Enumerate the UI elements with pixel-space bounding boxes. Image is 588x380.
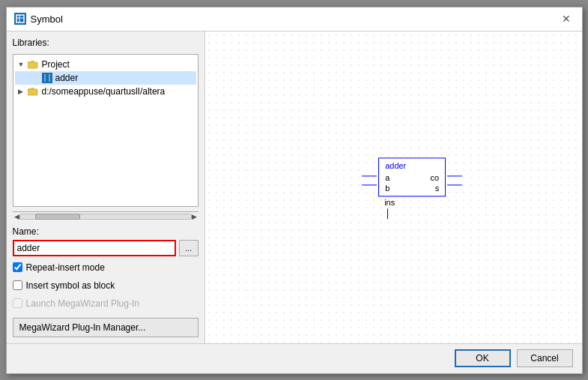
libraries-label: Libraries:: [13, 37, 198, 48]
name-input-row: ...: [13, 240, 198, 256]
library-tree[interactable]: ▼ Project: [13, 54, 198, 207]
left-panel: Libraries: ▼ Project: [7, 31, 205, 343]
megawizard-btn[interactable]: MegaWizard Plug-In Manager...: [13, 318, 198, 337]
dialog-title: Symbol: [31, 13, 63, 25]
tree-label-adder: adder: [55, 73, 79, 83]
symbol-pins-left: a b: [385, 173, 390, 193]
name-section: Name: ...: [13, 226, 198, 256]
pin-s: s: [431, 184, 440, 193]
name-label: Name:: [13, 226, 198, 237]
symbol-title: adder: [385, 161, 439, 170]
cancel-button[interactable]: Cancel: [517, 349, 573, 367]
launch-wizard-checkbox[interactable]: [13, 298, 22, 308]
scroll-right-btn[interactable]: ▶: [192, 213, 197, 220]
dialog-icon: [14, 13, 26, 25]
close-button[interactable]: ✕: [558, 10, 575, 27]
tree-label-project: Project: [42, 59, 70, 70]
launch-wizard-label: Launch MegaWizard Plug-In: [26, 298, 139, 309]
tree-item-project[interactable]: ▼ Project: [15, 58, 196, 71]
tree-arrow-altera: ▶: [18, 88, 27, 95]
launch-wizard-row: Launch MegaWizard Plug-In: [13, 297, 198, 310]
repeat-insert-label[interactable]: Repeat-insert mode: [26, 262, 105, 273]
tree-arrow-project: ▼: [18, 61, 27, 68]
symbol-pins: a b co s: [385, 173, 439, 193]
repeat-insert-checkbox[interactable]: [13, 262, 22, 272]
svg-rect-0: [16, 15, 24, 22]
pin-b: b: [385, 184, 390, 193]
scrollbar-track[interactable]: [19, 214, 192, 220]
pin-co: co: [431, 173, 440, 182]
symbol-pin-bottom: ins: [378, 198, 446, 207]
pin-ins: ins: [384, 198, 395, 207]
insert-block-row: Insert symbol as block: [13, 279, 198, 292]
tree-item-adder[interactable]: adder: [15, 71, 196, 85]
scrollbar-thumb[interactable]: [35, 214, 80, 220]
scroll-left-btn[interactable]: ◀: [14, 213, 19, 220]
pin-a: a: [385, 173, 390, 182]
title-bar-left: Symbol: [14, 13, 63, 25]
tree-item-altera[interactable]: ▶ d:/someappuse/quartuslI/altera: [15, 85, 196, 98]
folder-icon-altera: [27, 86, 39, 97]
repeat-insert-row: Repeat-insert mode: [13, 261, 198, 274]
svg-rect-7: [28, 89, 37, 95]
dialog-footer: OK Cancel: [7, 343, 582, 373]
chip-icon-adder: [42, 73, 52, 83]
folder-icon-project: [27, 59, 39, 70]
insert-block-label[interactable]: Insert symbol as block: [26, 280, 115, 291]
symbol-dialog: Symbol ✕ Libraries: ▼ Project: [6, 7, 583, 374]
horizontal-scrollbar[interactable]: ◀ ▶: [13, 211, 198, 222]
preview-panel: adder a b co s i: [205, 31, 582, 343]
svg-rect-4: [43, 74, 51, 82]
browse-button[interactable]: ...: [179, 240, 198, 256]
name-input[interactable]: [13, 240, 176, 256]
tree-label-altera: d:/someappuse/quartuslI/altera: [42, 86, 166, 97]
symbol-preview: adder a b co s i: [378, 157, 446, 207]
symbol-pins-right: co s: [431, 173, 440, 193]
title-bar: Symbol ✕: [7, 7, 582, 31]
svg-rect-3: [28, 62, 37, 68]
symbol-box: adder a b co s: [378, 157, 446, 196]
insert-block-checkbox[interactable]: [13, 280, 22, 290]
ok-button[interactable]: OK: [455, 349, 511, 367]
dialog-body: Libraries: ▼ Project: [7, 31, 582, 343]
